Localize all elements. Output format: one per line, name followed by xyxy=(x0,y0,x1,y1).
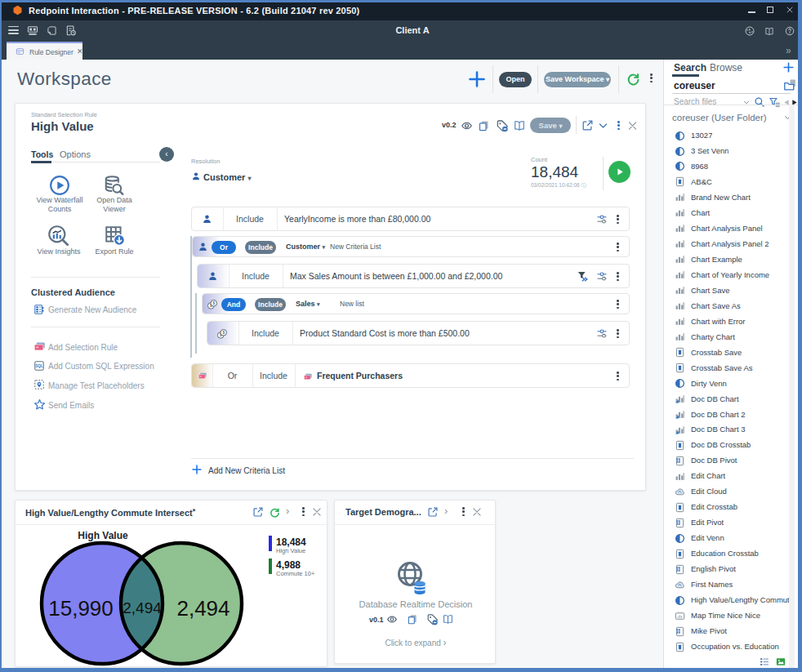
svg-text:$: $ xyxy=(212,301,215,305)
svg-text:$: $ xyxy=(222,331,225,335)
svg-text:SQL: SQL xyxy=(35,364,43,368)
